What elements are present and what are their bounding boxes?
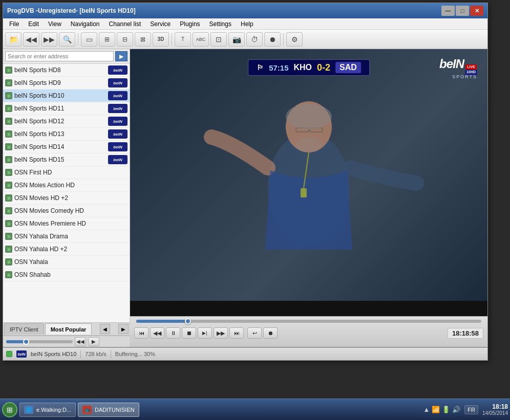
tab-next-button[interactable]: ▶ (118, 324, 129, 334)
channel-name: OSN Movies Comedy HD (14, 207, 128, 214)
search-input[interactable] (5, 51, 114, 61)
channel-item[interactable]: OSN Movies Comedy HD (3, 205, 130, 217)
channel-item[interactable]: beIN Sports HD9beIN (3, 77, 130, 90)
search-button[interactable]: 🔍 (59, 32, 75, 47)
channel-item[interactable]: OSN Movies Premiere HD (3, 217, 130, 230)
player-controls-row: ⏮ ◀◀ ⏸ ⏹ ▶| ▶▶ ⏭ ↩ ⏺ 18:18:58 (130, 316, 487, 347)
last-button[interactable]: ⏭ (229, 327, 244, 339)
menu-service[interactable]: Service (146, 19, 175, 29)
progress-fill (136, 320, 188, 323)
channel-item[interactable]: OSN Shahab (3, 269, 130, 281)
channel-item[interactable]: beIN Sports HD14beIN (3, 141, 130, 153)
open-button[interactable]: 📁 (5, 32, 22, 47)
layout3-button[interactable]: ⊟ (117, 32, 133, 47)
channel-item[interactable]: beIN Sports HD10beIN (3, 90, 130, 102)
sidebar-prev-button[interactable]: ◀◀ (75, 337, 86, 346)
channel-item[interactable]: beIN Sports HD12beIN (3, 115, 130, 128)
volume-icon[interactable]: 🔊 (452, 406, 460, 413)
menu-settings[interactable]: Settings (205, 19, 236, 29)
svg-point-5 (296, 137, 322, 152)
video-screen[interactable]: 🏳 57:15 KHO 0-2 SAD beIN LIVE 10HD (130, 49, 487, 301)
close-button[interactable]: ✕ (470, 6, 483, 16)
channel-item[interactable]: beIN Sports HD8beIN (3, 64, 130, 77)
layout2-button[interactable]: ⊞ (99, 32, 115, 47)
status-speed: 728 kb/s (85, 351, 107, 357)
channel-logo: beIN (108, 65, 128, 75)
menu-navigation[interactable]: Navigation (67, 19, 104, 29)
timer-button[interactable]: ⏱ (246, 32, 263, 47)
volume-row: ◀◀ ▶ (3, 336, 130, 347)
frame-next-button[interactable]: ▶| (198, 327, 212, 339)
teletext-button[interactable]: T (175, 32, 191, 47)
menu-help[interactable]: Help (237, 19, 258, 29)
rewind-button[interactable]: ◀◀ (150, 327, 164, 339)
channel-name: beIN Sports HD13 (14, 130, 106, 138)
minimize-button[interactable]: — (441, 6, 455, 16)
arrow-up-icon[interactable]: ▲ (423, 406, 430, 413)
taskbar-item-browser[interactable]: 🌐 e.Walking:D... (19, 403, 76, 417)
menu-plugins[interactable]: Plugins (176, 19, 204, 29)
channel-icon (5, 258, 12, 266)
channel-name: OSN Movies HD +2 (14, 194, 128, 202)
channel-name: beIN Sports HD11 (14, 105, 106, 112)
pause-button[interactable]: ⏸ (166, 327, 180, 339)
channel-name: OSN Yahala (14, 258, 128, 266)
snap-button[interactable]: 📷 (228, 32, 245, 47)
progress-thumb[interactable] (185, 318, 191, 324)
maximize-button[interactable]: □ (456, 6, 469, 16)
taskbar-item-progdvb[interactable]: 📺 DADITUNISIEN (78, 403, 139, 417)
fast-forward-button[interactable]: ▶▶ (214, 327, 228, 339)
forward-button[interactable]: ▶▶ (41, 32, 57, 47)
channel-icon (5, 194, 12, 202)
channel-item[interactable]: OSN Yahala HD +2 (3, 243, 130, 256)
channel-name: OSN Movies Premiere HD (14, 220, 128, 227)
channel-item[interactable]: OSN Yahala (3, 256, 130, 269)
search-go-button[interactable]: ▶ (115, 51, 128, 61)
tab-prev-button[interactable]: ◀ (100, 324, 110, 334)
alt-button[interactable]: ⊡ (210, 32, 227, 47)
channel-icon (5, 233, 12, 240)
channel-icon (5, 105, 12, 112)
channel-name: OSN Moies Action HD (14, 182, 128, 189)
volume-track[interactable] (6, 340, 73, 343)
rec-button[interactable]: ⏺ (264, 32, 281, 47)
channel-icon (5, 220, 12, 227)
settings-button[interactable]: ⚙ (286, 32, 303, 47)
language-indicator[interactable]: FR (464, 405, 478, 414)
channel-icon (5, 182, 12, 189)
back-button[interactable]: ◀◀ (23, 32, 39, 47)
3d-button[interactable]: 3D (153, 32, 169, 47)
repeat-button[interactable]: ↩ (247, 327, 262, 339)
menu-file[interactable]: File (5, 19, 23, 29)
layout1-button[interactable]: ▭ (81, 32, 97, 47)
play-prev-button[interactable]: ⏮ (134, 327, 148, 339)
channel-list[interactable]: beIN Sports HD8beINbeIN Sports HD9beINbe… (3, 64, 130, 322)
volume-thumb[interactable] (23, 339, 29, 345)
sidebar-play-button[interactable]: ▶ (88, 337, 99, 346)
menu-view[interactable]: View (44, 19, 66, 29)
progress-track[interactable] (136, 320, 481, 323)
channel-item[interactable]: beIN Sports HD13beIN (3, 128, 130, 141)
status-channel-name: beIN Sports HD10 (31, 351, 76, 357)
channel-item[interactable]: beIN Sports HD15beIN (3, 153, 130, 166)
record-button[interactable]: ⏺ (263, 327, 278, 339)
menu-channel-list[interactable]: Channel list (105, 19, 145, 29)
score-result: 0-2 (317, 62, 330, 73)
channel-icon (5, 246, 12, 253)
menu-edit[interactable]: Edit (24, 19, 43, 29)
tab-most-popular[interactable]: Most Popular (45, 323, 92, 335)
title-bar-controls: — □ ✕ (441, 6, 483, 16)
stop-button[interactable]: ⏹ (182, 327, 196, 339)
channel-item[interactable]: OSN Movies HD +2 (3, 192, 130, 205)
title-bar: ProgDVB -Unregistered- [beIN Sports HD10… (3, 3, 487, 18)
start-button[interactable]: ⊞ (2, 402, 17, 417)
channel-name: OSN Yahala HD +2 (14, 246, 128, 253)
channel-item[interactable]: beIN Sports HD11beIN (3, 102, 130, 115)
tab-iptv-client[interactable]: IPTV Client (4, 323, 44, 335)
taskbar-progdvb-label: DADITUNISIEN (95, 407, 135, 413)
abc-button[interactable]: ABC (193, 32, 209, 47)
channel-item[interactable]: OSN First HD (3, 166, 130, 179)
channel-item[interactable]: OSN Yahala Drama (3, 230, 130, 243)
channel-item[interactable]: OSN Moies Action HD (3, 179, 130, 192)
layout4-button[interactable]: ⊠ (135, 32, 151, 47)
